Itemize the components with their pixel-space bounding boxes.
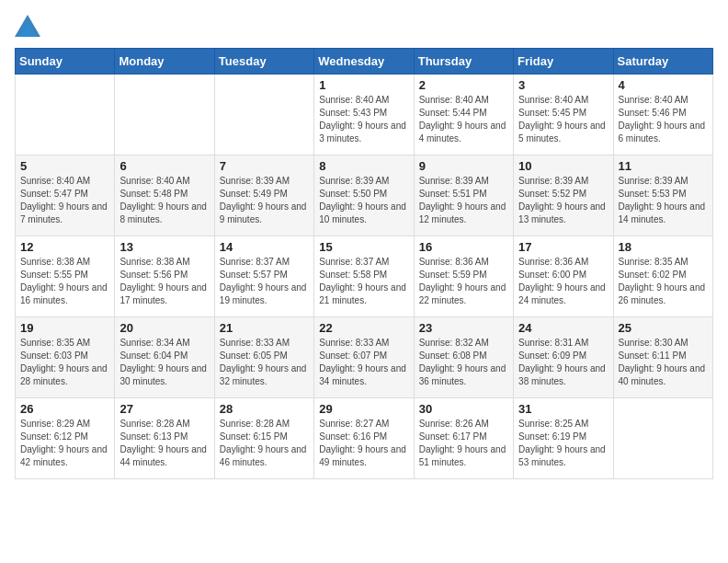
- header-day-friday: Friday: [514, 49, 613, 75]
- day-number: 8: [319, 159, 408, 173]
- week-row-2: 12Sunrise: 8:38 AM Sunset: 5:55 PM Dayli…: [16, 236, 713, 317]
- day-number: 13: [119, 240, 209, 254]
- logo-icon: [15, 15, 40, 37]
- day-info: Sunrise: 8:37 AM Sunset: 5:58 PM Dayligh…: [319, 256, 408, 307]
- day-number: 23: [419, 321, 508, 335]
- calendar-cell: 12Sunrise: 8:38 AM Sunset: 5:55 PM Dayli…: [16, 236, 115, 317]
- calendar-cell: 1Sunrise: 8:40 AM Sunset: 5:43 PM Daylig…: [314, 75, 414, 155]
- calendar-cell: 30Sunrise: 8:26 AM Sunset: 6:17 PM Dayli…: [414, 398, 513, 479]
- header-day-monday: Monday: [115, 49, 214, 75]
- day-info: Sunrise: 8:39 AM Sunset: 5:52 PM Dayligh…: [518, 175, 608, 226]
- calendar-cell: 27Sunrise: 8:28 AM Sunset: 6:13 PM Dayli…: [115, 398, 214, 479]
- day-number: 15: [319, 240, 408, 254]
- day-number: 22: [319, 321, 408, 335]
- calendar-cell: [214, 75, 313, 155]
- calendar-cell: 24Sunrise: 8:31 AM Sunset: 6:09 PM Dayli…: [514, 317, 613, 398]
- calendar-cell: 6Sunrise: 8:40 AM Sunset: 5:48 PM Daylig…: [115, 155, 214, 236]
- header-row: SundayMondayTuesdayWednesdayThursdayFrid…: [16, 49, 713, 75]
- day-info: Sunrise: 8:39 AM Sunset: 5:50 PM Dayligh…: [319, 175, 408, 226]
- calendar-cell: 3Sunrise: 8:40 AM Sunset: 5:45 PM Daylig…: [514, 75, 613, 155]
- day-info: Sunrise: 8:32 AM Sunset: 6:08 PM Dayligh…: [419, 337, 508, 388]
- calendar-cell: 15Sunrise: 8:37 AM Sunset: 5:58 PM Dayli…: [314, 236, 414, 317]
- calendar-cell: 25Sunrise: 8:30 AM Sunset: 6:11 PM Dayli…: [613, 317, 712, 398]
- day-number: 27: [119, 402, 209, 416]
- calendar-cell: 26Sunrise: 8:29 AM Sunset: 6:12 PM Dayli…: [16, 398, 115, 479]
- day-info: Sunrise: 8:40 AM Sunset: 5:45 PM Dayligh…: [518, 94, 608, 145]
- calendar-cell: 16Sunrise: 8:36 AM Sunset: 5:59 PM Dayli…: [414, 236, 513, 317]
- day-number: 9: [419, 159, 508, 173]
- calendar-cell: [613, 398, 712, 479]
- calendar-cell: 18Sunrise: 8:35 AM Sunset: 6:02 PM Dayli…: [613, 236, 712, 317]
- day-info: Sunrise: 8:26 AM Sunset: 6:17 PM Dayligh…: [419, 418, 508, 469]
- calendar-cell: 9Sunrise: 8:39 AM Sunset: 5:51 PM Daylig…: [414, 155, 513, 236]
- day-number: 2: [419, 78, 508, 92]
- day-info: Sunrise: 8:40 AM Sunset: 5:46 PM Dayligh…: [619, 94, 708, 145]
- day-number: 14: [220, 240, 309, 254]
- day-number: 1: [319, 78, 408, 92]
- calendar-cell: 2Sunrise: 8:40 AM Sunset: 5:44 PM Daylig…: [414, 75, 513, 155]
- day-number: 20: [119, 321, 209, 335]
- header-day-saturday: Saturday: [613, 49, 712, 75]
- calendar-header: SundayMondayTuesdayWednesdayThursdayFrid…: [16, 49, 713, 75]
- day-info: Sunrise: 8:29 AM Sunset: 6:12 PM Dayligh…: [20, 418, 109, 469]
- header-day-sunday: Sunday: [16, 49, 115, 75]
- calendar-cell: 13Sunrise: 8:38 AM Sunset: 5:56 PM Dayli…: [115, 236, 214, 317]
- day-info: Sunrise: 8:25 AM Sunset: 6:19 PM Dayligh…: [518, 418, 608, 469]
- calendar-cell: 4Sunrise: 8:40 AM Sunset: 5:46 PM Daylig…: [613, 75, 712, 155]
- day-info: Sunrise: 8:38 AM Sunset: 5:55 PM Dayligh…: [20, 256, 109, 307]
- calendar-cell: 23Sunrise: 8:32 AM Sunset: 6:08 PM Dayli…: [414, 317, 513, 398]
- day-info: Sunrise: 8:28 AM Sunset: 6:15 PM Dayligh…: [220, 418, 309, 469]
- calendar-cell: 22Sunrise: 8:33 AM Sunset: 6:07 PM Dayli…: [314, 317, 414, 398]
- calendar-cell: 7Sunrise: 8:39 AM Sunset: 5:49 PM Daylig…: [214, 155, 313, 236]
- day-number: 4: [619, 78, 708, 92]
- day-info: Sunrise: 8:34 AM Sunset: 6:04 PM Dayligh…: [119, 337, 209, 388]
- day-info: Sunrise: 8:36 AM Sunset: 6:00 PM Dayligh…: [518, 256, 608, 307]
- calendar-cell: 21Sunrise: 8:33 AM Sunset: 6:05 PM Dayli…: [214, 317, 313, 398]
- calendar-body: 1Sunrise: 8:40 AM Sunset: 5:43 PM Daylig…: [16, 75, 713, 479]
- day-number: 12: [20, 240, 109, 254]
- header-day-wednesday: Wednesday: [314, 49, 414, 75]
- day-info: Sunrise: 8:30 AM Sunset: 6:11 PM Dayligh…: [619, 337, 708, 388]
- day-number: 31: [518, 402, 608, 416]
- header-day-tuesday: Tuesday: [214, 49, 313, 75]
- day-info: Sunrise: 8:33 AM Sunset: 6:05 PM Dayligh…: [220, 337, 309, 388]
- day-info: Sunrise: 8:35 AM Sunset: 6:02 PM Dayligh…: [619, 256, 708, 307]
- week-row-1: 5Sunrise: 8:40 AM Sunset: 5:47 PM Daylig…: [16, 155, 713, 236]
- page-header: [15, 15, 713, 37]
- calendar-cell: 8Sunrise: 8:39 AM Sunset: 5:50 PM Daylig…: [314, 155, 414, 236]
- day-info: Sunrise: 8:40 AM Sunset: 5:43 PM Dayligh…: [319, 94, 408, 145]
- day-info: Sunrise: 8:36 AM Sunset: 5:59 PM Dayligh…: [419, 256, 508, 307]
- day-number: 25: [619, 321, 708, 335]
- day-number: 11: [619, 159, 708, 173]
- day-number: 26: [20, 402, 109, 416]
- calendar-cell: 5Sunrise: 8:40 AM Sunset: 5:47 PM Daylig…: [16, 155, 115, 236]
- calendar-cell: [115, 75, 214, 155]
- calendar-cell: 17Sunrise: 8:36 AM Sunset: 6:00 PM Dayli…: [514, 236, 613, 317]
- calendar-cell: 11Sunrise: 8:39 AM Sunset: 5:53 PM Dayli…: [613, 155, 712, 236]
- day-info: Sunrise: 8:28 AM Sunset: 6:13 PM Dayligh…: [119, 418, 209, 469]
- day-info: Sunrise: 8:39 AM Sunset: 5:49 PM Dayligh…: [220, 175, 309, 226]
- calendar-cell: [16, 75, 115, 155]
- day-info: Sunrise: 8:37 AM Sunset: 5:57 PM Dayligh…: [220, 256, 309, 307]
- day-info: Sunrise: 8:39 AM Sunset: 5:51 PM Dayligh…: [419, 175, 508, 226]
- logo: [15, 15, 44, 37]
- day-number: 7: [220, 159, 309, 173]
- day-info: Sunrise: 8:27 AM Sunset: 6:16 PM Dayligh…: [319, 418, 408, 469]
- calendar-table: SundayMondayTuesdayWednesdayThursdayFrid…: [15, 48, 713, 479]
- day-number: 10: [518, 159, 608, 173]
- day-number: 3: [518, 78, 608, 92]
- day-info: Sunrise: 8:35 AM Sunset: 6:03 PM Dayligh…: [20, 337, 109, 388]
- day-number: 28: [220, 402, 309, 416]
- calendar-cell: 14Sunrise: 8:37 AM Sunset: 5:57 PM Dayli…: [214, 236, 313, 317]
- calendar-cell: 28Sunrise: 8:28 AM Sunset: 6:15 PM Dayli…: [214, 398, 313, 479]
- day-info: Sunrise: 8:39 AM Sunset: 5:53 PM Dayligh…: [619, 175, 708, 226]
- day-info: Sunrise: 8:33 AM Sunset: 6:07 PM Dayligh…: [319, 337, 408, 388]
- day-info: Sunrise: 8:40 AM Sunset: 5:47 PM Dayligh…: [20, 175, 109, 226]
- calendar-cell: 10Sunrise: 8:39 AM Sunset: 5:52 PM Dayli…: [514, 155, 613, 236]
- day-info: Sunrise: 8:31 AM Sunset: 6:09 PM Dayligh…: [518, 337, 608, 388]
- day-info: Sunrise: 8:40 AM Sunset: 5:48 PM Dayligh…: [119, 175, 209, 226]
- day-number: 19: [20, 321, 109, 335]
- week-row-3: 19Sunrise: 8:35 AM Sunset: 6:03 PM Dayli…: [16, 317, 713, 398]
- calendar-cell: 29Sunrise: 8:27 AM Sunset: 6:16 PM Dayli…: [314, 398, 414, 479]
- day-number: 29: [319, 402, 408, 416]
